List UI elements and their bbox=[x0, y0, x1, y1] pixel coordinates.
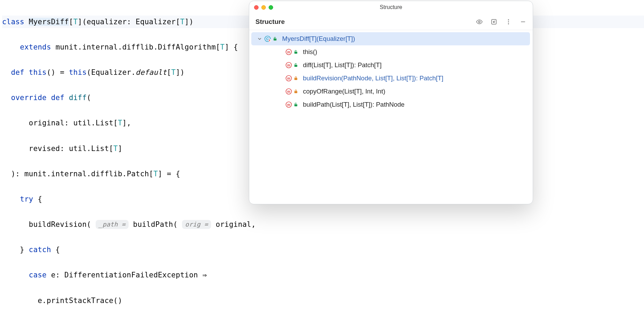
param-original: original bbox=[29, 119, 64, 127]
lock-icon bbox=[294, 76, 298, 81]
popup-header-label: Structure bbox=[255, 18, 285, 26]
visibility-icon[interactable] bbox=[476, 18, 483, 25]
svg-rect-17 bbox=[294, 78, 297, 80]
unlock-green-icon bbox=[294, 50, 298, 54]
svg-point-0 bbox=[479, 21, 480, 23]
kw-class: class bbox=[2, 18, 24, 26]
svg-point-7 bbox=[269, 39, 271, 42]
arg-original: original bbox=[216, 220, 251, 229]
unlock-green-icon bbox=[294, 102, 298, 107]
popup-header: Structure bbox=[249, 14, 533, 30]
svg-text:m: m bbox=[287, 103, 290, 107]
kw-def: def bbox=[51, 94, 64, 102]
kw-def: def bbox=[11, 68, 25, 77]
type-t: T bbox=[171, 68, 176, 77]
svg-rect-20 bbox=[294, 91, 297, 93]
tree-node-method[interactable]: m this() bbox=[251, 45, 530, 59]
method-icon: m bbox=[285, 101, 292, 108]
type-t: T bbox=[73, 18, 78, 26]
popup-titlebar[interactable]: Structure bbox=[249, 1, 533, 14]
type-t: T bbox=[113, 144, 118, 153]
call-buildrevision: buildRevision bbox=[29, 220, 87, 229]
type-dfe: DifferentiationFailedException bbox=[64, 271, 198, 279]
minimize-window-button[interactable] bbox=[261, 5, 266, 10]
call-printstacktrace: e.printStackTrace() bbox=[38, 296, 122, 305]
structure-tree[interactable]: C MyersDiff[T](Equalizer[T]) m this() m … bbox=[249, 30, 533, 114]
tree-node-method[interactable]: m buildRevision(PathNode, List[T], List[… bbox=[251, 72, 530, 85]
svg-point-4 bbox=[508, 23, 509, 24]
id-default: default bbox=[136, 68, 167, 77]
svg-rect-11 bbox=[294, 52, 297, 54]
tree-node-label: buildPath(List[T], List[T]): PathNode bbox=[303, 101, 404, 108]
kw-extends: extends bbox=[20, 43, 51, 51]
inlay-hint-orig: orig = bbox=[182, 220, 211, 229]
param-revised: revised bbox=[29, 144, 60, 153]
dock-icon[interactable] bbox=[490, 18, 497, 25]
svg-rect-23 bbox=[294, 104, 297, 106]
tree-node-label: MyersDiff[T](Equalizer[T]) bbox=[282, 35, 355, 43]
svg-text:m: m bbox=[287, 63, 290, 67]
id-myersdiff: MyersDiff bbox=[29, 18, 69, 26]
tree-node-method[interactable]: m diff(List[T], List[T]): Patch[T] bbox=[251, 59, 530, 72]
type-t: T bbox=[118, 119, 122, 127]
unlock-green-icon bbox=[294, 63, 298, 68]
svg-rect-14 bbox=[294, 65, 297, 67]
tree-node-method[interactable]: m copyOfRange(List[T], Int, Int) bbox=[251, 85, 530, 98]
type-diffalgorithm: DiffAlgorithm bbox=[158, 43, 216, 51]
type-equalizer: Equalizer bbox=[136, 18, 176, 26]
tree-node-label: buildRevision(PathNode, List[T], List[T]… bbox=[303, 74, 443, 82]
type-t: T bbox=[180, 18, 185, 26]
method-icon: m bbox=[285, 48, 292, 55]
tree-node-class[interactable]: C MyersDiff[T](Equalizer[T]) bbox=[251, 32, 530, 45]
more-icon[interactable] bbox=[505, 18, 512, 25]
svg-point-3 bbox=[508, 21, 509, 22]
id-e: e bbox=[51, 271, 55, 279]
svg-text:m: m bbox=[287, 77, 290, 80]
zoom-window-button[interactable] bbox=[269, 5, 273, 10]
fn-diff: diff bbox=[69, 94, 87, 102]
pkg: munit.internal.difflib bbox=[55, 43, 154, 51]
type-equalizer: Equalizer bbox=[91, 68, 131, 77]
svg-text:m: m bbox=[287, 50, 290, 54]
tree-node-label: this() bbox=[303, 48, 317, 56]
pkg: munit.internal.difflib bbox=[24, 170, 122, 178]
svg-text:m: m bbox=[287, 90, 290, 94]
svg-point-2 bbox=[508, 19, 509, 20]
minimize-icon[interactable] bbox=[520, 18, 526, 25]
kw-this: this bbox=[29, 68, 46, 77]
tree-node-label: diff(List[T], List[T]): Patch[T] bbox=[303, 61, 382, 69]
tree-node-method[interactable]: m buildPath(List[T], List[T]): PathNode bbox=[251, 98, 530, 111]
type-list: util.List bbox=[69, 144, 109, 153]
close-window-button[interactable] bbox=[254, 5, 259, 10]
method-icon: m bbox=[285, 75, 292, 82]
kw-catch: catch bbox=[29, 246, 51, 254]
sym-arrow: ⇒ bbox=[202, 271, 207, 279]
param-equalizer: equalizer bbox=[87, 18, 127, 26]
unlock-green-icon bbox=[273, 36, 277, 41]
method-icon: m bbox=[285, 88, 292, 95]
kw-override: override bbox=[11, 94, 47, 102]
structure-popup: Structure Structure C bbox=[249, 1, 533, 204]
kw-case: case bbox=[29, 271, 46, 279]
call-buildpath: buildPath bbox=[133, 220, 173, 229]
window-controls bbox=[254, 5, 273, 10]
inlay-hint-path: _path = bbox=[96, 220, 129, 229]
kw-this: this bbox=[69, 68, 87, 77]
popup-title: Structure bbox=[380, 4, 402, 10]
svg-rect-8 bbox=[273, 38, 276, 41]
chevron-down-icon[interactable] bbox=[257, 36, 262, 42]
type-t: T bbox=[154, 170, 158, 178]
type-patch: Patch bbox=[127, 170, 149, 178]
kw-try: try bbox=[20, 195, 33, 203]
type-t: T bbox=[220, 43, 225, 51]
lock-icon bbox=[294, 89, 298, 94]
method-icon: m bbox=[285, 62, 292, 69]
class-icon: C bbox=[264, 35, 271, 42]
tree-node-label: copyOfRange(List[T], Int, Int) bbox=[303, 88, 385, 95]
type-list: util.List bbox=[73, 119, 114, 127]
